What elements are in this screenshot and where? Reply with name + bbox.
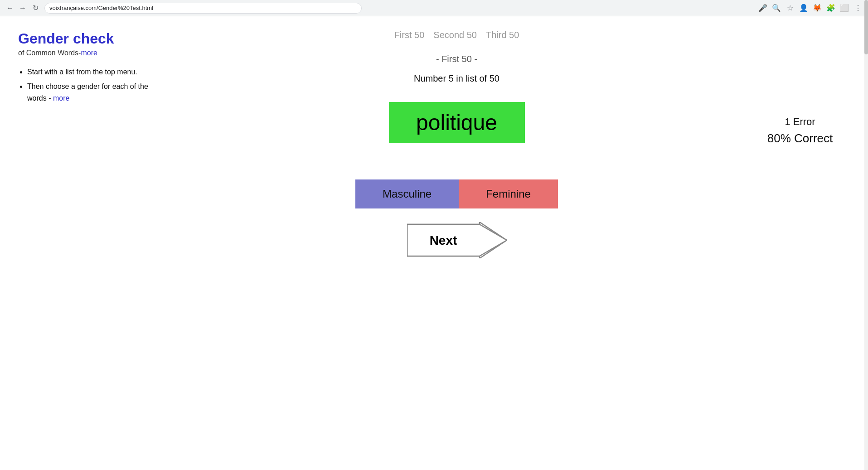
menu-icon[interactable]: ⋮: [853, 3, 863, 14]
zoom-icon[interactable]: 🔍: [771, 3, 782, 14]
masculine-button[interactable]: Masculine: [355, 179, 459, 208]
reload-button[interactable]: ↻: [30, 3, 41, 14]
address-bar[interactable]: voixfrançaise.com/Gender%20Test.html: [44, 3, 362, 14]
extensions-icon[interactable]: 🧩: [825, 3, 836, 14]
bookmark-star-icon[interactable]: ☆: [785, 3, 795, 14]
left-sidebar: Gender check of Common Words-more Start …: [18, 25, 163, 258]
feminine-button[interactable]: Feminine: [459, 179, 558, 208]
subtitle-more-link[interactable]: more: [81, 49, 97, 57]
profile-icon[interactable]: 👤: [798, 3, 809, 14]
url-text: voixfrançaise.com/Gender%20Test.html: [49, 5, 153, 11]
instruction-more-link[interactable]: more: [53, 94, 69, 102]
forward-button[interactable]: →: [17, 3, 28, 14]
browser-icons: 🎤 🔍 ☆ 👤 🦊 🧩 ⬜ ⋮: [757, 3, 863, 14]
tab-first-50[interactable]: First 50: [394, 30, 425, 40]
word-number: Number 5 in list of 50: [414, 73, 499, 84]
main-area: First 50 Second 50 Third 50 - First 50 -…: [163, 25, 750, 258]
nav-buttons: ← → ↻: [5, 3, 41, 14]
subtitle: of Common Words-more: [18, 49, 163, 57]
scrollbar[interactable]: [864, 0, 868, 470]
gender-buttons: Masculine Feminine: [355, 179, 558, 208]
word-display: politique: [389, 102, 525, 143]
page-content: Gender check of Common Words-more Start …: [0, 16, 868, 267]
browser-chrome: ← → ↻ voixfrançaise.com/Gender%20Test.ht…: [0, 0, 868, 16]
next-button-wrapper[interactable]: Next: [407, 222, 507, 258]
instruction-item-1: Start with a list from the top menu.: [27, 66, 163, 78]
split-view-icon[interactable]: ⬜: [839, 3, 850, 14]
top-nav: First 50 Second 50 Third 50: [394, 30, 519, 40]
scrollbar-thumb[interactable]: [864, 0, 868, 54]
section-title: - First 50 -: [436, 54, 477, 64]
error-count: 1 Error: [750, 116, 850, 128]
back-button[interactable]: ←: [5, 3, 15, 14]
instruction-item-2: Then choose a gender for each of the wor…: [27, 81, 163, 104]
microphone-icon[interactable]: 🎤: [757, 3, 768, 14]
tab-third-50[interactable]: Third 50: [486, 30, 519, 40]
instruction-2-text-before: Then choose a gender for each of the wor…: [27, 82, 148, 102]
right-panel: 1 Error 80% Correct: [750, 25, 850, 258]
correct-percentage: 80% Correct: [750, 131, 850, 145]
subtitle-text: of Common Words-: [18, 49, 81, 57]
instruction-1-text: Start with a list from the top menu.: [27, 68, 137, 76]
fox-icon[interactable]: 🦊: [812, 3, 823, 14]
instructions-list: Start with a list from the top menu. The…: [18, 66, 163, 104]
next-button-svg[interactable]: Next: [407, 222, 507, 258]
tab-second-50[interactable]: Second 50: [433, 30, 477, 40]
page-title: Gender check: [18, 30, 163, 47]
next-button-label: Next: [429, 233, 457, 247]
